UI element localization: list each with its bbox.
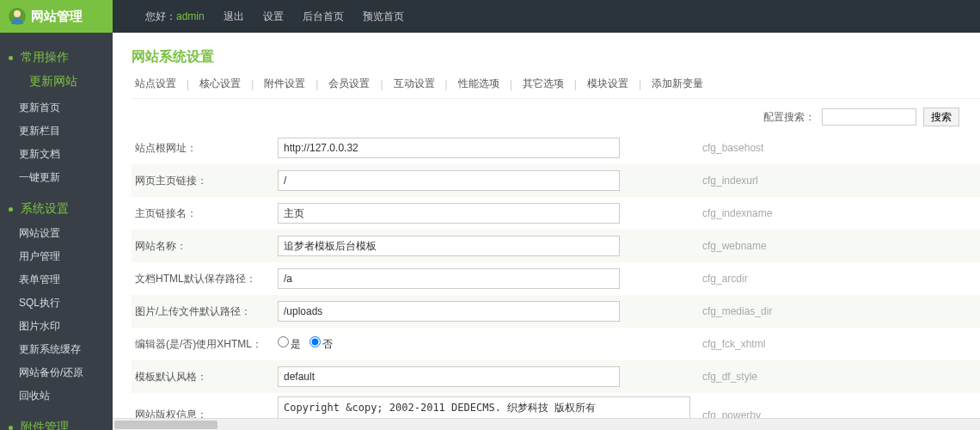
config-key: cfg_basehost — [634, 142, 763, 154]
side-item-site-settings[interactable]: 网站设置 — [0, 222, 113, 245]
tab-core[interactable]: 核心设置 — [196, 77, 244, 91]
config-row-cfg_indexname: 主页链接名：cfg_indexname — [132, 197, 980, 230]
horizontal-scrollbar[interactable] — [113, 418, 980, 430]
config-control — [278, 268, 634, 289]
config-row-cfg_fck_xhtml: 编辑器(是/否)使用XHTML：是否cfg_fck_xhtml — [132, 328, 980, 360]
config-label: 站点根网址： — [132, 141, 278, 156]
side-item-recycle[interactable]: 回收站 — [0, 384, 113, 408]
config-radio-cfg_fck_xhtml: 是否 — [278, 336, 634, 352]
config-control — [278, 138, 634, 158]
config-control — [278, 366, 634, 387]
tab-perf[interactable]: 性能选项 — [455, 77, 503, 91]
config-control — [278, 301, 634, 322]
config-label: 文档HTML默认保存路径： — [132, 272, 278, 286]
side-item-backup[interactable]: 网站备份/还原 — [0, 361, 113, 384]
config-key: cfg_arcdir — [634, 273, 748, 285]
config-label: 编辑器(是/否)使用XHTML： — [132, 337, 278, 352]
side-item-sql[interactable]: SQL执行 — [0, 292, 113, 315]
config-key: cfg_fck_xhtml — [634, 338, 765, 350]
config-search-row: 配置搜索： 搜索 — [132, 102, 980, 132]
config-key: cfg_webname — [634, 240, 767, 252]
config-input-cfg_indexname[interactable] — [278, 203, 620, 224]
side-group-system[interactable]: 系统设置 — [0, 196, 113, 222]
side-item-update-home[interactable]: 更新首页 — [0, 96, 113, 120]
tab-addvar[interactable]: 添加新变量 — [648, 77, 707, 91]
config-input-cfg_indexurl[interactable] — [278, 170, 620, 191]
side-item-update-all[interactable]: 一键更新 — [0, 166, 113, 189]
brand-text: 网站管理 — [31, 9, 83, 25]
tab-interact[interactable]: 互动设置 — [390, 77, 438, 91]
config-row-cfg_arcdir: 文档HTML默认保存路径：cfg_arcdir — [132, 262, 980, 295]
config-control — [278, 170, 634, 191]
config-search-input[interactable] — [822, 108, 916, 126]
tab-attach[interactable]: 附件设置 — [260, 77, 309, 91]
side-group-common[interactable]: 常用操作 — [0, 45, 113, 71]
link-admin-home[interactable]: 后台首页 — [303, 9, 344, 24]
config-row-cfg_medias_dir: 图片/上传文件默认路径：cfg_medias_dir — [132, 295, 980, 328]
main-area: 网站系统设置 站点设置| 核心设置| 附件设置| 会员设置| 互动设置| 性能选… — [113, 33, 980, 430]
config-row-cfg_indexurl: 网页主页链接：cfg_indexurl — [132, 164, 980, 197]
tab-bar: 站点设置| 核心设置| 附件设置| 会员设置| 互动设置| 性能选项| 其它选项… — [132, 77, 980, 99]
config-label: 图片/上传文件默认路径： — [132, 304, 278, 319]
config-form: 站点根网址：cfg_basehost网页主页链接：cfg_indexurl主页链… — [132, 132, 980, 430]
tab-other[interactable]: 其它选项 — [519, 77, 567, 91]
link-preview-home[interactable]: 预览首页 — [363, 9, 404, 24]
link-logout[interactable]: 退出 — [224, 9, 244, 24]
config-row-cfg_webname: 网站名称：cfg_webname — [132, 230, 980, 262]
config-label: 模板默认风格： — [132, 370, 278, 384]
tab-member[interactable]: 会员设置 — [325, 77, 373, 91]
side-item-user-mgmt[interactable]: 用户管理 — [0, 245, 113, 268]
radio-no-input[interactable] — [309, 336, 321, 347]
config-search-button[interactable]: 搜索 — [923, 108, 959, 126]
side-item-update-cache[interactable]: 更新系统缓存 — [0, 338, 113, 361]
config-control — [278, 203, 634, 224]
radio-no[interactable]: 否 — [309, 336, 333, 352]
config-label: 主页链接名： — [132, 206, 278, 221]
side-item-update-column[interactable]: 更新栏目 — [0, 120, 113, 143]
side-group-attach[interactable]: 附件管理 — [0, 415, 113, 430]
sidebar: 常用操作 更新网站 更新首页 更新栏目 更新文档 一键更新 系统设置 网站设置 … — [0, 33, 113, 430]
config-control: 是否 — [278, 336, 634, 352]
top-links: 您好：admin 退出 设置 后台首页 预览首页 — [145, 9, 404, 24]
hello-block: 您好：admin — [145, 9, 205, 24]
config-key: cfg_medias_dir — [634, 305, 772, 317]
config-input-cfg_basehost[interactable] — [278, 138, 620, 158]
avatar-icon — [9, 8, 26, 25]
hello-label: 您好： — [145, 10, 176, 22]
config-label: 网页主页链接： — [132, 174, 278, 188]
side-sub-update-site[interactable]: 更新网站 — [0, 71, 113, 96]
side-item-update-doc[interactable]: 更新文档 — [0, 143, 113, 166]
radio-yes[interactable]: 是 — [278, 336, 301, 352]
side-item-watermark[interactable]: 图片水印 — [0, 315, 113, 338]
config-control — [278, 236, 634, 256]
topbar: 网站管理 您好：admin 退出 设置 后台首页 预览首页 — [0, 0, 980, 33]
side-item-form-mgmt[interactable]: 表单管理 — [0, 268, 113, 292]
config-row-cfg_df_style: 模板默认风格：cfg_df_style — [132, 360, 980, 393]
scrollbar-thumb[interactable] — [114, 421, 217, 429]
tab-site[interactable]: 站点设置 — [132, 77, 180, 91]
config-input-cfg_arcdir[interactable] — [278, 268, 620, 289]
config-search-label: 配置搜索： — [763, 110, 815, 125]
brand-block: 网站管理 — [0, 0, 113, 33]
config-key: cfg_df_style — [634, 371, 757, 383]
config-input-cfg_webname[interactable] — [278, 236, 620, 256]
config-row-cfg_basehost: 站点根网址：cfg_basehost — [132, 132, 980, 164]
config-key: cfg_indexname — [634, 207, 772, 219]
tab-module[interactable]: 模块设置 — [584, 77, 632, 91]
config-input-cfg_df_style[interactable] — [278, 366, 620, 387]
page-title: 网站系统设置 — [132, 48, 980, 66]
config-label: 网站名称： — [132, 239, 278, 254]
radio-yes-input[interactable] — [278, 336, 289, 347]
config-key: cfg_indexurl — [634, 175, 758, 187]
link-settings[interactable]: 设置 — [263, 9, 284, 24]
admin-name[interactable]: admin — [176, 10, 205, 22]
config-input-cfg_medias_dir[interactable] — [278, 301, 620, 322]
